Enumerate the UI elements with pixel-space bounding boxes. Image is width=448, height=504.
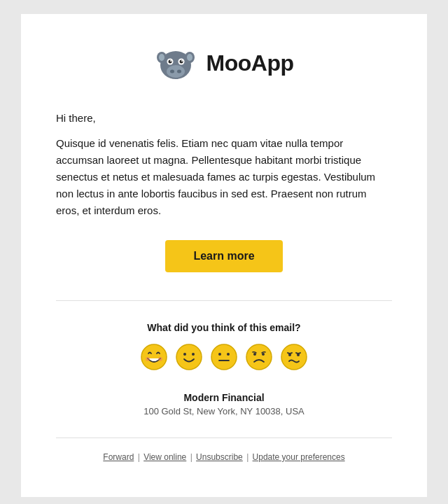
svg-point-4: [187, 54, 192, 61]
svg-point-29: [297, 354, 300, 356]
logo-text: MooApp: [206, 50, 294, 76]
emoji-happy-button[interactable]: [175, 343, 203, 371]
svg-point-26: [262, 353, 265, 356]
email-body: Quisque id venenatis felis. Etiam nec qu…: [56, 135, 392, 219]
forward-link[interactable]: Forward: [103, 452, 134, 462]
svg-point-7: [177, 70, 181, 74]
svg-point-28: [288, 354, 291, 356]
svg-point-11: [179, 60, 183, 64]
svg-point-5: [167, 65, 185, 78]
svg-point-18: [183, 353, 186, 356]
svg-point-24: [246, 344, 272, 370]
separator-3: |: [246, 452, 251, 462]
svg-point-22: [227, 353, 230, 356]
svg-point-16: [158, 357, 162, 361]
svg-point-6: [170, 70, 174, 74]
emoji-very-happy-button[interactable]: [140, 343, 168, 371]
svg-point-15: [146, 357, 150, 361]
company-section: Modern Financial 100 Gold St, New York, …: [56, 392, 392, 416]
feedback-question: What did you think of this email?: [56, 322, 392, 333]
company-name: Modern Financial: [56, 392, 392, 403]
emoji-neutral-button[interactable]: [210, 343, 238, 371]
svg-point-21: [218, 353, 221, 356]
cta-container: Learn more: [56, 240, 392, 272]
svg-point-13: [181, 60, 183, 62]
svg-point-17: [176, 344, 202, 370]
section-divider: [56, 300, 392, 301]
svg-point-27: [281, 344, 307, 370]
separator-2: |: [190, 452, 195, 462]
company-address: 100 Gold St, New York, NY 10038, USA: [56, 406, 392, 416]
svg-point-10: [168, 60, 172, 64]
svg-point-25: [253, 353, 256, 356]
feedback-section: What did you think of this email?: [56, 322, 392, 371]
view-online-link[interactable]: View online: [144, 452, 186, 462]
svg-point-14: [141, 344, 167, 370]
footer-divider: [56, 438, 392, 438]
logo-icon: [155, 42, 197, 84]
footer-links: Forward | View online | Unsubscribe | Up…: [56, 452, 392, 462]
emoji-row: [56, 343, 392, 371]
email-greeting: Hi there,: [56, 112, 392, 124]
emoji-sad-button[interactable]: [245, 343, 273, 371]
separator-1: |: [138, 452, 142, 462]
update-preferences-link[interactable]: Update your preferences: [253, 452, 345, 462]
header: MooApp: [56, 42, 392, 84]
unsubscribe-link[interactable]: Unsubscribe: [196, 452, 243, 462]
svg-point-2: [159, 54, 164, 61]
svg-point-20: [211, 344, 237, 370]
emoji-angry-button[interactable]: [280, 343, 308, 371]
svg-point-19: [192, 353, 195, 356]
learn-more-button[interactable]: Learn more: [165, 240, 282, 272]
svg-point-12: [170, 60, 172, 62]
email-container: MooApp Hi there, Quisque id venenatis fe…: [21, 14, 427, 497]
